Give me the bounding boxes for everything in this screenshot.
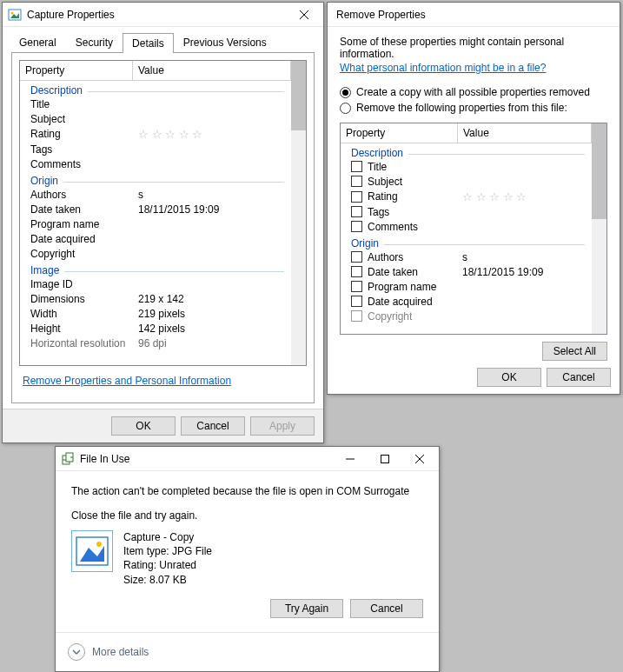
checkbox[interactable] — [351, 206, 362, 217]
group-origin: Origin — [341, 234, 592, 250]
close-button[interactable] — [287, 3, 321, 26]
checkbox[interactable] — [351, 221, 362, 232]
intro-text: Some of these properties might contain p… — [328, 27, 620, 62]
row-comments[interactable]: Comments — [20, 156, 291, 171]
remove-properties-window: Remove Properties Some of these properti… — [327, 2, 620, 395]
tabs: General Security Details Previous Versio… — [3, 27, 323, 52]
row-rating[interactable]: Rating☆ ☆ ☆ ☆ ☆ — [341, 189, 592, 204]
dialog-buttons: OK Cancel Apply — [3, 409, 323, 442]
row-copyright[interactable]: Copyright — [20, 246, 291, 261]
row-subject[interactable]: Subject — [20, 111, 291, 126]
row-copyright[interactable]: Copyright — [341, 309, 592, 323]
copy-icon — [61, 452, 75, 466]
checkbox[interactable] — [351, 176, 362, 187]
cancel-button[interactable]: Cancel — [547, 368, 611, 387]
group-image: Image — [20, 261, 291, 276]
titlebar: File In Use — [56, 447, 439, 471]
cancel-button[interactable]: Cancel — [181, 416, 245, 436]
col-property[interactable]: Property — [341, 123, 458, 143]
radio-remove-following[interactable]: Remove the following properties from thi… — [340, 100, 607, 116]
instruction-text: Close the file and try again. — [71, 509, 423, 522]
row-title[interactable]: Title — [341, 159, 592, 174]
tab-general[interactable]: General — [10, 32, 66, 52]
group-description: Description — [341, 143, 592, 159]
row-width[interactable]: Width219 pixels — [20, 306, 291, 321]
row-authors[interactable]: Authorss — [341, 250, 592, 264]
row-tags[interactable]: Tags — [20, 142, 291, 156]
row-rating[interactable]: Rating☆ ☆ ☆ ☆ ☆ — [20, 126, 291, 142]
row-program-name[interactable]: Program name — [341, 279, 592, 294]
details-panel: Property Value Description Title Subject… — [11, 52, 315, 403]
row-tags[interactable]: Tags — [341, 204, 592, 219]
svg-point-1 — [11, 11, 14, 14]
window-title: Capture Properties — [27, 9, 287, 21]
list-header: Property Value — [341, 123, 592, 143]
ok-button[interactable]: OK — [111, 416, 176, 436]
close-button[interactable] — [402, 448, 437, 470]
minimize-button[interactable] — [333, 448, 368, 470]
titlebar: Capture Properties — [3, 3, 323, 27]
rating-stars[interactable]: ☆ ☆ ☆ ☆ ☆ — [138, 128, 286, 141]
row-height[interactable]: Height142 pixels — [20, 321, 291, 336]
checkbox[interactable] — [351, 281, 362, 292]
maximize-button[interactable] — [368, 448, 402, 470]
cancel-button[interactable]: Cancel — [350, 599, 423, 618]
svg-point-13 — [96, 542, 102, 547]
col-value[interactable]: Value — [133, 61, 291, 80]
scrollbar[interactable] — [291, 61, 306, 365]
window-title: Remove Properties — [333, 9, 618, 21]
row-date-acquired[interactable]: Date acquired — [20, 231, 291, 246]
property-list: Property Value Description Title Subject… — [340, 123, 607, 335]
more-details-toggle[interactable]: More details — [56, 632, 439, 671]
remove-properties-link[interactable]: Remove Properties and Personal Informati… — [19, 366, 235, 396]
tab-security[interactable]: Security — [66, 32, 123, 52]
svg-rect-8 — [381, 455, 389, 462]
file-rating: Rating: Unrated — [123, 558, 212, 572]
try-again-button[interactable]: Try Again — [270, 599, 343, 618]
group-origin: Origin — [20, 171, 291, 187]
col-value[interactable]: Value — [458, 123, 592, 143]
row-comments[interactable]: Comments — [341, 219, 592, 234]
titlebar: Remove Properties — [328, 3, 620, 27]
list-header: Property Value — [20, 61, 291, 81]
group-description: Description — [20, 81, 291, 96]
capture-properties-window: Capture Properties General Security Deta… — [2, 2, 324, 443]
file-in-use-window: File In Use The action can't be complete… — [55, 446, 440, 672]
row-date-taken[interactable]: Date taken18/11/2015 19:09 — [20, 202, 291, 216]
info-link[interactable]: What personal information might be in a … — [328, 62, 558, 81]
image-icon — [8, 8, 22, 22]
radio-icon — [340, 103, 351, 114]
row-subject[interactable]: Subject — [341, 174, 592, 189]
row-image-id[interactable]: Image ID — [20, 276, 291, 291]
radio-icon — [340, 87, 351, 98]
ok-button[interactable]: OK — [477, 368, 541, 387]
checkbox[interactable] — [351, 296, 362, 307]
tab-previous-versions[interactable]: Previous Versions — [174, 32, 276, 52]
apply-button[interactable]: Apply — [250, 416, 315, 436]
checkbox[interactable] — [351, 161, 362, 172]
dialog-buttons: OK Cancel — [328, 368, 620, 394]
rating-stars[interactable]: ☆ ☆ ☆ ☆ ☆ — [462, 190, 587, 203]
row-program-name[interactable]: Program name — [20, 216, 291, 231]
window-title: File In Use — [80, 453, 333, 465]
checkbox[interactable] — [351, 266, 362, 277]
checkbox[interactable] — [351, 251, 362, 263]
scrollbar[interactable] — [592, 123, 606, 334]
row-authors[interactable]: Authorss — [20, 187, 291, 202]
row-date-taken[interactable]: Date taken18/11/2015 19:09 — [341, 264, 592, 279]
row-date-acquired[interactable]: Date acquired — [341, 294, 592, 309]
row-hres[interactable]: Horizontal resolution96 dpi — [20, 336, 291, 350]
col-property[interactable]: Property — [20, 61, 133, 80]
error-message: The action can't be completed because th… — [71, 485, 423, 497]
tab-details[interactable]: Details — [123, 33, 174, 53]
select-all-button[interactable]: Select All — [542, 342, 607, 361]
file-type: Item type: JPG File — [123, 544, 212, 558]
file-thumbnail-icon — [71, 530, 113, 572]
row-title[interactable]: Title — [20, 96, 291, 111]
checkbox[interactable] — [351, 310, 362, 322]
file-info: Capture - Copy Item type: JPG File Ratin… — [71, 530, 423, 587]
checkbox[interactable] — [351, 191, 362, 203]
file-size: Size: 8.07 KB — [123, 573, 212, 587]
row-dimensions[interactable]: Dimensions219 x 142 — [20, 291, 291, 306]
radio-create-copy[interactable]: Create a copy with all possible properti… — [340, 84, 607, 100]
